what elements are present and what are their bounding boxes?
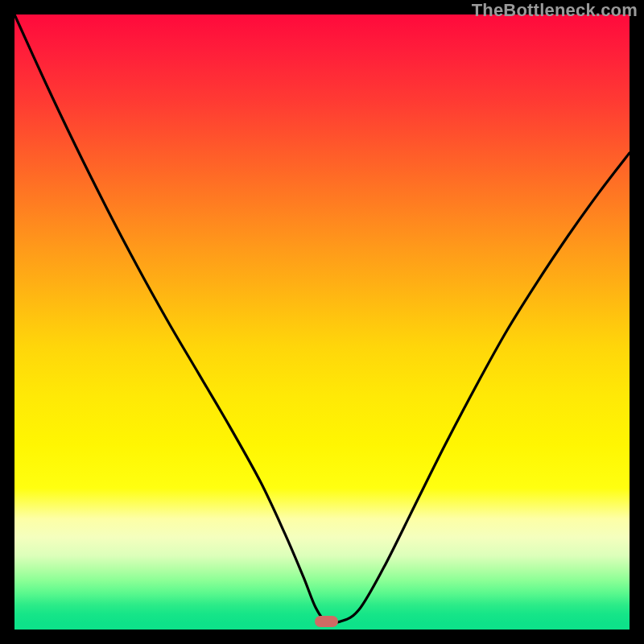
watermark-text: TheBottleneck.com (472, 0, 638, 21)
chart-stage: TheBottleneck.com (0, 0, 644, 644)
plot-area (14, 14, 630, 630)
bottleneck-curve (14, 14, 630, 630)
optimal-marker (315, 616, 338, 628)
